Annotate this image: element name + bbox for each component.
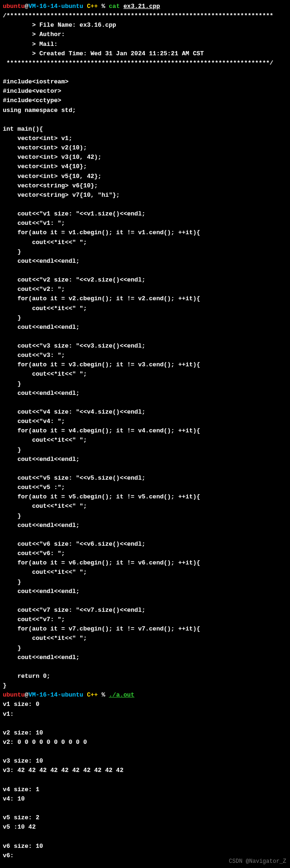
cmd-exec: ./a.out	[109, 691, 134, 698]
prompt-user: ubuntu	[3, 3, 25, 10]
prompt-host: VM-16-14-ubuntu	[29, 691, 83, 698]
prompt-dir: C++	[87, 3, 97, 10]
prompt-at: @	[25, 691, 29, 698]
prompt-host: VM-16-14-ubuntu	[29, 3, 83, 10]
prompt-sym: %	[102, 3, 105, 10]
prompt-line-2: ubuntu@VM-16-14-ubuntu C++ % ./a.out	[3, 690, 287, 700]
prompt-at: @	[25, 3, 29, 10]
cmd-filename: ex3.21.cpp	[124, 3, 160, 10]
prompt-sym: %	[102, 691, 105, 698]
prompt-user: ubuntu	[3, 691, 25, 698]
prompt-line-1: ubuntu@VM-16-14-ubuntu C++ % cat ex3.21.…	[3, 2, 287, 11]
program-output: v1 size: 0 v1: v2 size: 10 v2: 0 0 0 0 0…	[3, 700, 287, 868]
cmd-cat: cat	[109, 3, 119, 10]
watermark: CSDN @Navigator_Z	[229, 857, 286, 866]
source-listing: /***************************************…	[3, 11, 287, 690]
prompt-dir: C++	[87, 691, 97, 698]
